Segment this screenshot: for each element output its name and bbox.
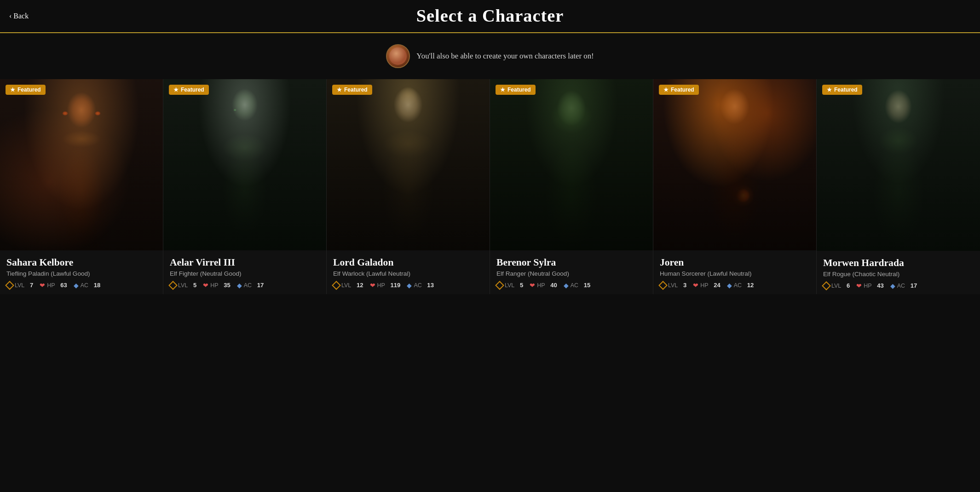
stat-hp: ❤HP 63	[40, 282, 67, 289]
featured-badge: ★Featured	[169, 85, 209, 95]
stat-ac: ◆AC 12	[727, 282, 754, 289]
stat-hp: ❤HP 119	[370, 282, 401, 289]
character-info-galadon: Lord GaladonElf Warlock (Lawful Neutral)…	[327, 250, 490, 294]
ac-icon: ◆	[237, 282, 242, 289]
hp-label: HP	[47, 282, 55, 289]
character-stats: LVL 5❤HP 35◆AC 17	[170, 282, 320, 289]
hp-value: 119	[391, 282, 401, 289]
stat-ac: ◆AC 17	[237, 282, 264, 289]
ac-icon: ◆	[890, 282, 895, 289]
stat-ac: ◆AC 17	[890, 282, 917, 289]
avatar	[386, 44, 410, 68]
featured-badge: ★Featured	[332, 85, 372, 95]
character-portrait-galadon: ★Featured	[327, 79, 490, 250]
character-name: Joren	[660, 257, 810, 268]
character-card-joren[interactable]: ★FeaturedJorenHuman Sorcerer (Lawful Neu…	[653, 79, 817, 294]
star-icon: ★	[663, 87, 669, 93]
character-class: Elf Warlock (Lawful Neutral)	[333, 270, 483, 277]
lvl-icon	[332, 281, 341, 290]
character-stats: LVL 6❤HP 43◆AC 17	[823, 282, 974, 289]
ac-value: 15	[584, 282, 591, 289]
hp-value: 63	[60, 282, 67, 289]
ac-label: AC	[571, 282, 578, 289]
stat-hp: ❤HP 24	[693, 282, 721, 289]
character-card-galadon[interactable]: ★FeaturedLord GaladonElf Warlock (Lawful…	[327, 79, 490, 294]
character-card-aelar[interactable]: ★FeaturedAelar Virrel IIIElf Fighter (Ne…	[163, 79, 327, 294]
avatar-face	[389, 47, 407, 65]
character-class: Elf Fighter (Neutral Good)	[170, 270, 320, 277]
stat-lvl: LVL 3	[660, 282, 686, 289]
hp-label: HP	[700, 282, 708, 289]
lvl-icon	[822, 281, 831, 290]
character-class: Elf Rogue (Chaotic Neutral)	[823, 271, 974, 278]
hp-icon: ❤	[203, 282, 208, 289]
ac-value: 18	[94, 282, 101, 289]
ac-label: AC	[244, 282, 252, 289]
lvl-value: 3	[683, 282, 686, 289]
hp-value: 35	[224, 282, 231, 289]
lvl-value: 12	[357, 282, 363, 289]
ac-label: AC	[414, 282, 421, 289]
ac-label: AC	[734, 282, 742, 289]
hp-icon: ❤	[856, 282, 862, 289]
character-card-morwen[interactable]: ★FeaturedMorwen HardradaElf Rogue (Chaot…	[817, 79, 980, 294]
lvl-label: LVL	[178, 282, 188, 289]
hp-label: HP	[537, 282, 545, 289]
stat-lvl: LVL 5	[496, 282, 523, 289]
featured-badge: ★Featured	[822, 85, 862, 95]
ac-icon: ◆	[727, 282, 732, 289]
star-icon: ★	[10, 87, 15, 93]
back-label: Back	[13, 12, 29, 20]
ac-icon: ◆	[407, 282, 412, 289]
stat-ac: ◆AC 15	[564, 282, 591, 289]
back-button[interactable]: ‹ Back	[9, 12, 29, 20]
character-class: Elf Ranger (Neutral Good)	[496, 270, 646, 277]
page-title: Select a Character	[9, 6, 971, 26]
lvl-label: LVL	[668, 282, 678, 289]
stat-ac: ◆AC 13	[407, 282, 434, 289]
character-card-sahara[interactable]: ★FeaturedSahara KelboreTiefling Paladin …	[0, 79, 163, 294]
character-stats: LVL 5❤HP 40◆AC 15	[496, 282, 646, 289]
character-name: Lord Galadon	[333, 257, 483, 268]
character-info-morwen: Morwen HardradaElf Rogue (Chaotic Neutra…	[817, 251, 980, 294]
character-class: Human Sorcerer (Lawful Neutral)	[660, 270, 810, 277]
character-info-sahara: Sahara KelboreTiefling Paladin (Lawful G…	[0, 250, 163, 294]
ac-icon: ◆	[564, 282, 569, 289]
ac-value: 13	[427, 282, 434, 289]
lvl-icon	[658, 281, 668, 290]
lvl-value: 5	[520, 282, 523, 289]
ac-icon: ◆	[74, 282, 79, 289]
featured-badge: ★Featured	[659, 85, 699, 95]
star-icon: ★	[337, 87, 342, 93]
ac-value: 12	[747, 282, 754, 289]
character-stats: LVL 3❤HP 24◆AC 12	[660, 282, 810, 289]
hp-label: HP	[377, 282, 385, 289]
character-portrait-berenor: ★Featured	[490, 79, 653, 250]
lvl-icon	[5, 281, 14, 290]
stat-lvl: LVL 12	[333, 282, 363, 289]
hp-value: 24	[714, 282, 721, 289]
lvl-icon	[495, 281, 504, 290]
star-icon: ★	[500, 87, 505, 93]
ac-value: 17	[257, 282, 264, 289]
lvl-label: LVL	[831, 283, 841, 289]
lvl-icon	[168, 281, 178, 290]
star-icon: ★	[827, 87, 832, 93]
stat-lvl: LVL 5	[170, 282, 196, 289]
hp-icon: ❤	[693, 282, 698, 289]
character-portrait-morwen: ★Featured	[817, 79, 980, 251]
hp-icon: ❤	[370, 282, 375, 289]
character-portrait-aelar: ★Featured	[163, 79, 326, 250]
lvl-label: LVL	[341, 282, 351, 289]
featured-badge: ★Featured	[496, 85, 536, 95]
info-banner: You'll also be able to create your own c…	[0, 33, 980, 79]
hp-label: HP	[864, 283, 871, 289]
hp-label: HP	[210, 282, 218, 289]
character-stats: LVL 7❤HP 63◆AC 18	[6, 282, 156, 289]
lvl-value: 7	[30, 282, 33, 289]
character-name: Berenor Sylra	[496, 257, 646, 268]
character-card-berenor[interactable]: ★FeaturedBerenor SylraElf Ranger (Neutra…	[490, 79, 653, 294]
featured-label: Featured	[181, 87, 204, 93]
ac-label: AC	[81, 282, 88, 289]
character-name: Sahara Kelbore	[6, 257, 156, 268]
